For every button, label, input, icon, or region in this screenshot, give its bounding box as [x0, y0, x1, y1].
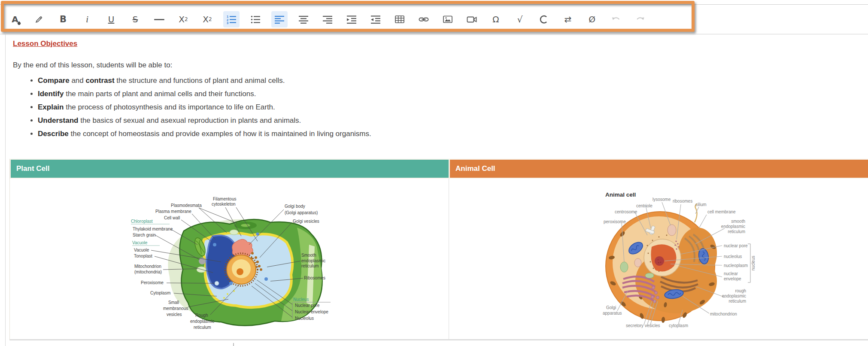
objective-text: the concept of homeostasis and provide e…: [69, 130, 371, 138]
peroxisome-shape: [620, 262, 628, 272]
objective-text: the main parts of plant and animal cells…: [64, 90, 256, 98]
plant-label-smooth-er: reticulum: [301, 264, 319, 268]
plant-cell-image[interactable]: Filamentous cytoskeleton Plasmodesmata P…: [129, 193, 335, 331]
plant-cell-header[interactable]: Plant Cell: [11, 160, 449, 178]
objective-bold: Understand: [38, 116, 78, 124]
unordered-list-icon: [250, 14, 261, 24]
highlighter-button[interactable]: [31, 11, 47, 27]
align-right-icon: [322, 14, 333, 24]
refresh-button[interactable]: [536, 11, 552, 27]
plant-label-plasmodesmata: Plasmodesmata: [171, 203, 202, 208]
align-left-button[interactable]: [271, 11, 288, 27]
animal-label-peroxisome: peroxisome: [604, 219, 626, 224]
animal-cell-cell[interactable]: Animal cell peroxisome centrosome centri…: [449, 179, 868, 339]
bold-icon: B: [60, 15, 67, 24]
image-icon: [443, 14, 453, 24]
objective-item: Identify the main parts of plant and ani…: [38, 89, 868, 99]
refresh-icon: [539, 14, 549, 24]
mitochondrion-shape: [197, 267, 206, 273]
table-icon: [395, 14, 405, 24]
plant-label-cytoskeleton: cytoskeleton: [212, 202, 236, 206]
align-right-button[interactable]: [319, 11, 336, 27]
cells-comparison-table: Plant Cell Animal Cell: [9, 159, 868, 340]
plant-cell-cell[interactable]: Filamentous cytoskeleton Plasmodesmata P…: [10, 179, 449, 339]
special-character-icon: Ω: [492, 15, 499, 24]
image-button[interactable]: [440, 11, 456, 27]
highlighter-icon: [34, 14, 44, 24]
lesson-objectives-link[interactable]: Lesson Objectives: [13, 39, 77, 48]
next-row-divider: [233, 343, 234, 346]
undo-button[interactable]: [608, 11, 624, 27]
objective-text: the structure and functions of plant and…: [115, 76, 285, 85]
animal-label-smooth-er: endoplasmic: [721, 224, 745, 229]
clear-formatting-button[interactable]: Ø: [584, 11, 600, 27]
bold-button[interactable]: B: [55, 11, 71, 27]
plant-label-nuclear-envelope: Nuclear envelope: [295, 310, 328, 314]
animal-label-cytoplasm: cytoplasm: [669, 323, 688, 328]
italic-icon: i: [86, 15, 88, 24]
plant-label-smooth-er: Smooth: [301, 253, 316, 258]
underline-button[interactable]: U: [103, 11, 119, 27]
objective-text: the basics of sexual and asexual reprodu…: [78, 116, 301, 124]
animal-label-cell-membrane: cell membrane: [707, 209, 736, 214]
plant-label-mitochondrion: (mitochondria): [134, 270, 162, 274]
animal-label-nucleolus: nucleolus: [724, 254, 742, 259]
special-character-button[interactable]: Ω: [488, 11, 504, 27]
plant-label-vacuole-group: Vacuole: [132, 240, 148, 245]
plant-label-vesicles: membranous: [163, 306, 188, 311]
redo-icon: [635, 14, 645, 24]
align-center-button[interactable]: [295, 11, 312, 27]
plant-label-chloroplast: Chloroplast: [131, 219, 153, 224]
objective-bold: Compare: [38, 76, 70, 85]
animal-label-nuclear-pore: nuclear pore: [724, 243, 748, 248]
animal-label-lysosome: lysosome: [653, 197, 671, 202]
link-icon: [419, 14, 429, 24]
ordered-list-button[interactable]: 1 2 3: [223, 11, 240, 27]
animal-label-nucleus: nucleus: [751, 256, 756, 270]
superscript-digit: 2: [209, 16, 212, 22]
unordered-list-button[interactable]: [247, 11, 264, 27]
horizontal-rule-icon: —: [154, 15, 165, 24]
outdent-icon: [370, 14, 381, 24]
plant-label-golgi: (Golgi apparatus): [285, 210, 318, 215]
align-left-icon: [274, 14, 285, 24]
plant-label-rough-er: Rough: [195, 313, 208, 318]
indent-button[interactable]: [343, 11, 360, 27]
plant-label-vacuole: Vacuole: [134, 248, 149, 252]
outdent-button[interactable]: [367, 11, 384, 27]
equation-button[interactable]: √: [512, 11, 528, 27]
switch-direction-button[interactable]: ⇄: [560, 11, 576, 27]
animal-label-ribosomes: ribosomes: [673, 199, 692, 203]
objectives-list: Compare and contrast the structure and f…: [13, 76, 868, 139]
redo-button[interactable]: [632, 11, 648, 27]
animal-label-rough-er: endoplasmic: [722, 294, 746, 298]
plant-label-cytoplasm: Cytoplasm: [150, 291, 170, 295]
objective-text: and: [70, 76, 86, 85]
subscript-digit: 2: [185, 16, 188, 22]
svg-text:3: 3: [227, 21, 228, 24]
subscript-button[interactable]: X2: [175, 11, 191, 27]
italic-button[interactable]: i: [79, 11, 95, 27]
animal-cell-image[interactable]: Animal cell peroxisome centrosome centri…: [597, 189, 760, 331]
superscript-button[interactable]: X2: [199, 11, 215, 27]
animal-label-cilium: cilium: [695, 202, 707, 207]
plant-label-rough-er: endoplasmic: [190, 319, 214, 324]
animal-label-nucleoplasm: nucleoplasm: [724, 263, 748, 268]
horizontal-rule-button[interactable]: —: [151, 11, 167, 27]
plant-label-smooth-er: endoplasmic: [301, 258, 325, 263]
table-body-row: Filamentous cytoskeleton Plasmodesmata P…: [10, 179, 868, 339]
undo-icon: [611, 14, 621, 24]
table-button[interactable]: [392, 11, 408, 27]
video-button[interactable]: [464, 11, 480, 27]
strikethrough-button[interactable]: S: [127, 11, 143, 27]
plant-label-nucleus-group: Nucleus: [293, 297, 309, 302]
link-button[interactable]: [416, 11, 432, 27]
plant-label-tonoplast: Tonoplast: [134, 254, 152, 258]
table-header-row: Plant Cell Animal Cell: [10, 159, 868, 179]
objective-bold: Identify: [38, 90, 64, 98]
animal-cell-header[interactable]: Animal Cell: [450, 160, 868, 178]
clear-formatting-icon: Ø: [589, 15, 595, 24]
text-color-button[interactable]: A: [7, 11, 23, 27]
objective-bold: Describe: [38, 130, 69, 138]
animal-label-golgi: apparatus: [603, 311, 622, 316]
